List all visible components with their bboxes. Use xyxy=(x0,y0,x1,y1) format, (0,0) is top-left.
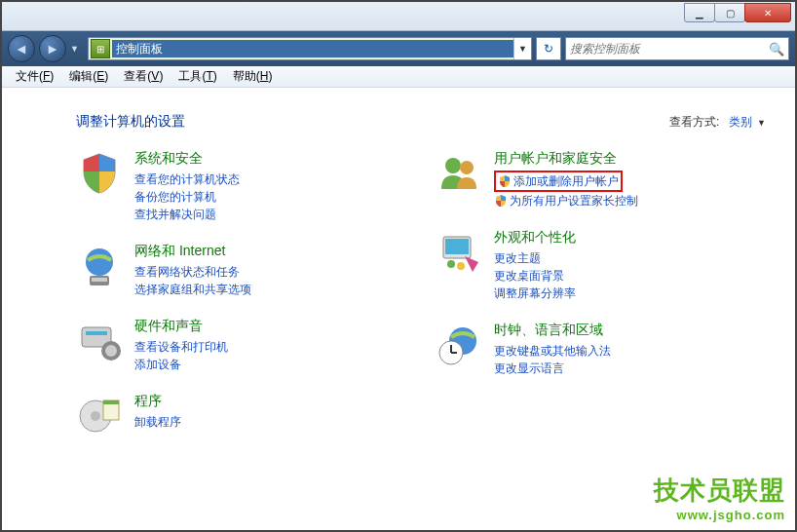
chevron-down-icon: ▼ xyxy=(757,118,766,128)
clock-language-icon xyxy=(436,322,482,368)
category-appearance-personalization: 外观和个性化 更改主题 更改桌面背景 调整屏幕分辨率 xyxy=(436,229,766,302)
refresh-icon: ↻ xyxy=(544,42,553,56)
svg-rect-14 xyxy=(445,239,469,254)
link-change-desktop-background[interactable]: 更改桌面背景 xyxy=(494,267,766,285)
svg-rect-2 xyxy=(92,278,107,282)
address-bar[interactable]: ⊞ 控制面板 ▼ xyxy=(88,37,532,60)
link-view-computer-status[interactable]: 查看您的计算机状态 xyxy=(134,171,406,188)
back-button[interactable]: ◄ xyxy=(8,35,35,62)
right-column: 用户帐户和家庭安全 添加或删除用户帐户 为所有用户设置家长控制 xyxy=(436,150,766,459)
forward-button[interactable]: ► xyxy=(39,35,66,62)
appearance-icon xyxy=(436,229,482,276)
search-input[interactable] xyxy=(570,42,769,56)
category-network-internet: 网络和 Internet 查看网络状态和任务 选择家庭组和共享选项 xyxy=(76,243,406,298)
content-area: 调整计算机的设置 查看方式: 类别 ▼ 系统和安全 查看您的计算机状态 备份您的… xyxy=(2,88,795,530)
category-user-accounts: 用户帐户和家庭安全 添加或删除用户帐户 为所有用户设置家长控制 xyxy=(436,150,766,209)
maximize-button[interactable]: ▢ xyxy=(714,3,745,22)
svg-point-6 xyxy=(105,345,117,357)
watermark-url: www.jsgho.com xyxy=(654,508,785,522)
menu-view[interactable]: 查看(V) xyxy=(116,68,171,85)
menu-tools[interactable]: 工具(T) xyxy=(171,68,224,85)
category-title[interactable]: 网络和 Internet xyxy=(134,243,406,260)
window-titlebar: ▁ ▢ ✕ xyxy=(2,2,795,31)
hardware-sound-icon xyxy=(76,318,123,364)
link-adjust-screen-resolution[interactable]: 调整屏幕分辨率 xyxy=(494,285,766,302)
search-box[interactable]: 🔍 xyxy=(565,37,789,60)
maximize-icon: ▢ xyxy=(726,8,735,19)
history-dropdown[interactable]: ▼ xyxy=(70,44,84,54)
address-dropdown[interactable]: ▼ xyxy=(513,38,531,59)
category-programs: 程序 卸载程序 xyxy=(76,393,406,439)
category-title[interactable]: 用户帐户和家庭安全 xyxy=(494,150,766,168)
uac-shield-icon xyxy=(498,174,512,188)
left-column: 系统和安全 查看您的计算机状态 备份您的计算机 查找并解决问题 网络和 Inte… xyxy=(76,150,406,459)
category-title[interactable]: 外观和个性化 xyxy=(494,229,766,247)
minimize-icon: ▁ xyxy=(696,8,703,19)
link-view-devices-printers[interactable]: 查看设备和打印机 xyxy=(134,338,406,356)
menu-help[interactable]: 帮助(H) xyxy=(225,68,281,85)
svg-point-0 xyxy=(86,248,113,276)
view-by-label: 查看方式: 类别 ▼ xyxy=(669,114,766,131)
svg-point-12 xyxy=(460,161,474,174)
link-homegroup-sharing[interactable]: 选择家庭组和共享选项 xyxy=(134,281,406,298)
svg-point-8 xyxy=(91,411,100,421)
watermark-text: 技术员联盟 xyxy=(654,474,785,508)
network-internet-icon xyxy=(76,243,123,289)
forward-arrow-icon: ► xyxy=(46,41,59,57)
view-by-dropdown[interactable]: 类别 ▼ xyxy=(729,115,766,129)
system-security-icon xyxy=(76,150,123,197)
minimize-button[interactable]: ▁ xyxy=(684,3,715,22)
back-arrow-icon: ◄ xyxy=(15,41,28,57)
category-hardware-sound: 硬件和声音 查看设备和打印机 添加设备 xyxy=(76,318,406,373)
navigation-bar: ◄ ► ▼ ⊞ 控制面板 ▼ ↻ 🔍 xyxy=(2,31,795,66)
link-add-device[interactable]: 添加设备 xyxy=(134,356,406,373)
menu-file[interactable]: 文件(F) xyxy=(8,68,61,85)
menu-edit[interactable]: 编辑(E) xyxy=(61,68,116,85)
svg-point-11 xyxy=(445,158,461,173)
control-panel-icon: ⊞ xyxy=(91,39,110,58)
link-parental-controls[interactable]: 为所有用户设置家长控制 xyxy=(510,192,638,209)
link-backup-computer[interactable]: 备份您的计算机 xyxy=(134,188,406,206)
link-find-fix-problems[interactable]: 查找并解决问题 xyxy=(134,206,406,223)
link-view-network-status[interactable]: 查看网络状态和任务 xyxy=(134,263,406,281)
category-title[interactable]: 系统和安全 xyxy=(134,150,406,168)
close-icon: ✕ xyxy=(764,8,772,19)
svg-rect-4 xyxy=(86,331,107,335)
svg-point-15 xyxy=(447,260,455,268)
address-text[interactable]: 控制面板 xyxy=(112,40,513,57)
link-uninstall-program[interactable]: 卸载程序 xyxy=(134,413,406,431)
category-title[interactable]: 硬件和声音 xyxy=(134,318,406,335)
uac-shield-icon xyxy=(494,194,508,208)
close-button[interactable]: ✕ xyxy=(744,3,791,22)
refresh-button[interactable]: ↻ xyxy=(536,37,561,60)
link-change-display-language[interactable]: 更改显示语言 xyxy=(494,360,766,377)
link-change-theme[interactable]: 更改主题 xyxy=(494,249,766,267)
link-change-keyboard-input[interactable]: 更改键盘或其他输入法 xyxy=(494,342,766,360)
menu-bar: 文件(F) 编辑(E) 查看(V) 工具(T) 帮助(H) xyxy=(2,66,795,88)
user-accounts-icon xyxy=(436,150,482,197)
category-system-security: 系统和安全 查看您的计算机状态 备份您的计算机 查找并解决问题 xyxy=(76,150,406,223)
category-title[interactable]: 时钟、语言和区域 xyxy=(494,322,766,339)
page-title: 调整计算机的设置 xyxy=(76,113,669,131)
watermark: 技术员联盟 www.jsgho.com xyxy=(654,474,785,522)
category-clock-language-region: 时钟、语言和区域 更改键盘或其他输入法 更改显示语言 xyxy=(436,322,766,377)
programs-icon xyxy=(76,393,123,439)
svg-rect-10 xyxy=(103,400,119,404)
svg-point-16 xyxy=(457,262,465,270)
search-icon[interactable]: 🔍 xyxy=(769,42,784,57)
highlighted-link: 添加或删除用户帐户 xyxy=(494,171,623,192)
category-title[interactable]: 程序 xyxy=(134,393,406,410)
link-add-remove-user-accounts[interactable]: 添加或删除用户帐户 xyxy=(513,172,619,190)
